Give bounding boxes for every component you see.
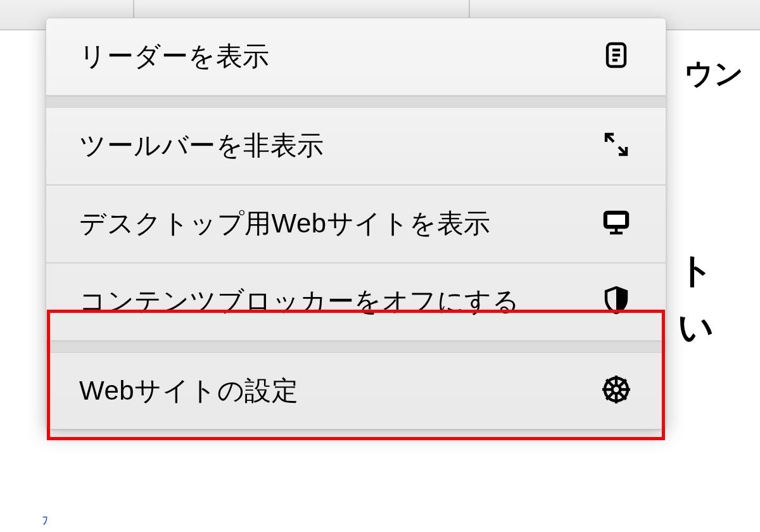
page-settings-menu: リーダーを表示 ツールバーを非表示 デスクトップ用Webサイトを表示 — [46, 18, 666, 429]
svg-line-18 — [606, 397, 608, 399]
svg-line-16 — [606, 379, 608, 381]
menu-item-website-settings[interactable]: Webサイトの設定 — [46, 353, 666, 429]
svg-line-17 — [624, 397, 626, 399]
background-text-fragment: い — [678, 304, 714, 352]
menu-item-request-desktop-site[interactable]: デスクトップ用Webサイトを表示 — [46, 186, 666, 263]
svg-line-19 — [624, 379, 626, 381]
svg-point-11 — [612, 385, 621, 393]
menu-item-label: Webサイトの設定 — [79, 372, 597, 410]
svg-rect-7 — [607, 215, 625, 225]
svg-line-26 — [608, 392, 613, 397]
svg-line-25 — [619, 392, 624, 397]
menu-item-label: リーダーを表示 — [79, 37, 597, 76]
svg-line-24 — [608, 381, 613, 386]
background-text-fragment: ﾌ — [42, 514, 48, 528]
menu-item-hide-toolbar[interactable]: ツールバーを非表示 — [46, 108, 666, 186]
menu-item-show-reader[interactable]: リーダーを表示 — [46, 18, 666, 96]
menu-item-turn-off-content-blockers[interactable]: コンテンツブロッカーをオフにする — [46, 263, 666, 341]
expand-arrows-icon — [597, 127, 635, 160]
background-text-fragment: ト — [678, 247, 714, 295]
menu-section-separator — [46, 96, 666, 108]
desktop-icon — [597, 205, 635, 238]
menu-item-label: デスクトップ用Webサイトを表示 — [79, 205, 597, 243]
shield-icon — [597, 282, 635, 315]
reader-icon — [597, 37, 635, 70]
menu-item-label: コンテンツブロッカーをオフにする — [79, 282, 597, 321]
menu-item-label: ツールバーを非表示 — [79, 127, 597, 165]
menu-section-separator — [46, 341, 666, 353]
svg-line-27 — [619, 381, 624, 386]
background-text-fragment: ウン — [684, 54, 744, 94]
gear-icon — [597, 372, 635, 405]
